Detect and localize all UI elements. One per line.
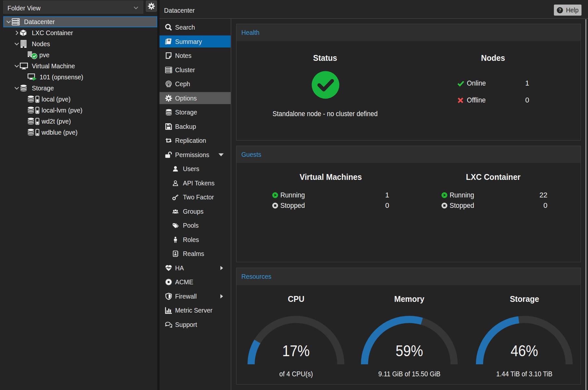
svg-text:?: ? (558, 7, 561, 13)
